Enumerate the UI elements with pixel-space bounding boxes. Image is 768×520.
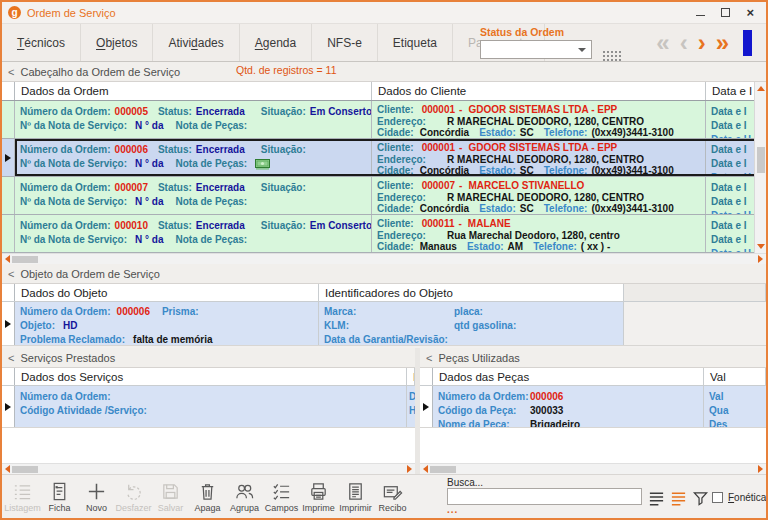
pecas-panel: < Peças Utilizadas Dados das Peças Val N… <box>420 348 766 474</box>
justify-icon[interactable] <box>648 490 665 507</box>
scroll-left-icon[interactable] <box>5 465 10 473</box>
tab-objetos[interactable]: Objetos <box>81 24 153 61</box>
objeto-grid-header: Dados do Objeto Identificadores do Objet… <box>2 284 766 302</box>
collapse-icon[interactable]: < <box>8 268 14 280</box>
tab-etiqueta[interactable]: Etiqueta <box>378 24 453 61</box>
horizontal-scroll-thumb[interactable] <box>12 256 38 263</box>
peca-row[interactable]: Número da Ordem:000006 Código da Peça:30… <box>420 386 766 428</box>
column-dados-da-ordem[interactable]: Dados da Ordem <box>15 82 372 100</box>
vertical-scroll-thumb[interactable] <box>757 147 765 173</box>
maximize-button[interactable] <box>721 8 730 17</box>
client-phone: (0xx49)3441-3100 <box>591 127 673 138</box>
order-status: Encerrada <box>196 182 245 194</box>
nav-last-button[interactable]: » <box>716 31 729 55</box>
horizontal-scroll-thumb[interactable] <box>430 466 456 473</box>
order-number: 000005 <box>115 106 148 118</box>
apaga-button[interactable]: Apaga <box>189 477 226 517</box>
close-button[interactable]: × <box>746 6 754 19</box>
column-identificadores[interactable]: Identificadores do Objeto <box>319 284 624 301</box>
tab-nfse[interactable]: NFS-e <box>312 24 378 61</box>
horizontal-scrollbar-pecas[interactable] <box>420 463 766 474</box>
section-objeto-bar[interactable]: < Objeto da Ordem de Serviço <box>2 264 766 284</box>
agrupa-button[interactable]: Agrupa <box>226 477 263 517</box>
imprime-button[interactable]: Imprime <box>300 477 337 517</box>
row-selector <box>420 386 433 427</box>
horizontal-scrollbar-main[interactable] <box>2 253 766 264</box>
client-number: 000001 <box>422 104 455 116</box>
tab-atividades[interactable]: Atividades <box>153 24 239 61</box>
tab-agenda[interactable]: Agenda <box>240 24 312 61</box>
scroll-right-icon[interactable] <box>758 465 763 473</box>
ficha-button[interactable]: Ficha <box>41 477 78 517</box>
client-city: Concórdia <box>420 127 469 138</box>
fonetica-label[interactable]: Fonética <box>728 492 766 503</box>
order-row[interactable]: Número da Ordem: 000010 Status: Encerrad… <box>2 215 766 253</box>
nav-first-button[interactable]: « <box>656 31 669 55</box>
row-selector[interactable] <box>2 177 15 214</box>
section-pecas-title: Peças Utilizadas <box>438 352 519 364</box>
campos-button[interactable]: Campos <box>263 477 300 517</box>
orders-grid-body: Número da Ordem: 000005 Status: Encerrad… <box>2 101 766 253</box>
imprimir-button[interactable]: Imprimir <box>337 477 374 517</box>
scroll-left-icon[interactable] <box>423 465 428 473</box>
scroll-left-icon[interactable] <box>5 255 10 263</box>
scroll-right-icon[interactable] <box>407 465 412 473</box>
order-row[interactable]: Número da Ordem: 000006 Status: Encerrad… <box>2 139 766 177</box>
collapse-icon[interactable]: < <box>8 66 14 78</box>
nav-prev-button[interactable]: ‹ <box>680 31 688 55</box>
record-count: Qtd. de registros = 11 <box>236 64 336 76</box>
nav-next-button[interactable]: › <box>698 31 706 55</box>
row-selector <box>2 302 15 345</box>
section-pecas-bar[interactable]: < Peças Utilizadas <box>420 348 766 368</box>
recibo-button[interactable]: Recibo <box>374 477 411 517</box>
order-data-cell: Número da Ordem: 000005 Status: Encerrad… <box>15 101 372 138</box>
order-number: 000006 <box>115 144 148 156</box>
justify-icon-active[interactable] <box>670 490 687 507</box>
save-icon <box>160 481 181 502</box>
client-number: 000007 <box>422 180 455 192</box>
tab-bar: Técnicos Objetos Atividades Agenda NFS-e… <box>2 24 766 62</box>
novo-button[interactable]: Novo <box>78 477 115 517</box>
vertical-scrollbar[interactable] <box>754 82 766 253</box>
client-phone: ( xx ) - <box>581 241 610 252</box>
client-data-cell: Cliente: 000011 - MALANE Endereço: Rua M… <box>372 215 706 252</box>
column-dados-das-pecas[interactable]: Dados das Peças <box>433 368 704 385</box>
column-dados-do-cliente[interactable]: Dados do Cliente <box>372 82 706 100</box>
column-dados-dos-servicos[interactable]: Dados dos Serviços <box>15 368 407 385</box>
scroll-down-icon[interactable] <box>757 244 765 249</box>
busca-input[interactable] <box>447 488 642 505</box>
current-row-arrow-icon <box>5 403 11 411</box>
client-state: SC <box>520 127 534 138</box>
client-phone: (0xx49)3441-3100 <box>591 203 673 214</box>
section-cabecalho-bar[interactable]: < Cabeçalho da Ordem de Serviço Qtd. de … <box>2 62 766 82</box>
group-people-icon <box>234 481 255 502</box>
row-selector <box>2 386 15 427</box>
collapse-icon[interactable]: < <box>8 352 14 364</box>
horizontal-scrollbar-servicos[interactable] <box>2 463 415 474</box>
section-servicos-bar[interactable]: < Serviços Prestados <box>2 348 415 368</box>
order-status: Encerrada <box>196 220 245 232</box>
collapse-icon[interactable]: < <box>426 352 432 364</box>
order-row[interactable]: Número da Ordem: 000005 Status: Encerrad… <box>2 101 766 139</box>
printer-icon <box>308 481 329 502</box>
status-da-ordem-select[interactable] <box>480 40 592 59</box>
objeto-row[interactable]: Número da Ordem:000006Prisma: Objeto:HD … <box>2 302 766 346</box>
fonetica-checkbox[interactable] <box>712 492 723 503</box>
undo-icon <box>123 481 144 502</box>
row-selector[interactable] <box>2 139 15 176</box>
client-name: MALANE <box>468 218 511 230</box>
minimize-button[interactable] <box>696 15 705 16</box>
selector-column-header <box>2 82 15 100</box>
scroll-up-icon[interactable] <box>757 86 765 91</box>
servico-row[interactable]: Número da Ordem: Código Atividade /Servi… <box>2 386 415 428</box>
funnel-filter-icon[interactable] <box>692 490 709 507</box>
section-cabecalho-title: Cabeçalho da Ordem de Serviço <box>20 66 180 78</box>
row-selector[interactable] <box>2 101 15 138</box>
horizontal-scroll-thumb[interactable] <box>12 466 38 473</box>
column-dados-do-objeto[interactable]: Dados do Objeto <box>15 284 319 301</box>
row-selector[interactable] <box>2 215 15 252</box>
order-row[interactable]: Número da Ordem: 000007 Status: Encerrad… <box>2 177 766 215</box>
scroll-right-icon[interactable] <box>758 255 763 263</box>
column-valores[interactable]: Val <box>704 368 766 385</box>
tab-tecnicos[interactable]: Técnicos <box>2 24 81 61</box>
